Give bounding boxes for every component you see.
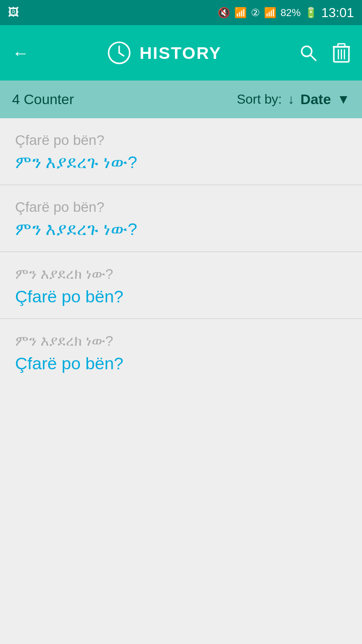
history-item[interactable]: ምን እያደረክ ነው?Çfarë po bën? (0, 252, 362, 319)
svg-line-4 (310, 55, 316, 60)
history-item-line2: Çfarë po bën? (15, 354, 347, 373)
sort-control[interactable]: Sort by: ↓ Date ▼ (237, 92, 350, 108)
history-item[interactable]: ምን እያደረክ ነው?Çfarë po bën? (0, 319, 362, 385)
history-item-line2: Çfarë po bën? (15, 287, 347, 306)
wifi-icon: 📶 (234, 7, 247, 19)
history-item[interactable]: Çfarë po bën?ምን እያደረጉ ነው? (0, 185, 362, 252)
dropdown-arrow-icon[interactable]: ▼ (337, 92, 350, 107)
delete-button[interactable] (333, 43, 350, 63)
svg-rect-7 (338, 44, 345, 47)
filter-bar: 4 Counter Sort by: ↓ Date ▼ (0, 80, 362, 118)
image-icon: 🖼 (8, 6, 19, 19)
history-item-line1: Çfarë po bën? (15, 199, 347, 215)
history-list: Çfarë po bën?ምን እያደረጉ ነው?Çfarë po bën?ምን… (0, 118, 362, 385)
search-icon (300, 44, 317, 61)
counter-label: 4 Counter (12, 92, 74, 108)
history-item-line1: Çfarë po bën? (15, 132, 347, 148)
history-item-line2: ምን እያደረጉ ነው? (15, 152, 347, 173)
sim-icon: ② (251, 7, 260, 19)
status-bar-left: 🖼 (8, 6, 19, 19)
history-item-line2: ምን እያደረጉ ነው? (15, 219, 347, 239)
status-bar-right: 🔇 📶 ② 📶 82% 🔋 13:01 (218, 5, 354, 21)
sort-value: Date (301, 92, 331, 108)
status-time: 13:01 (321, 5, 354, 21)
battery-icon: 🔋 (305, 7, 317, 19)
trash-icon (333, 43, 350, 63)
history-item-line1: ምን እያደረክ ነው? (15, 266, 347, 283)
history-item-line1: ምን እያደረክ ነው? (15, 333, 347, 350)
signal-icon: 📶 (264, 7, 277, 19)
mute-icon: 🔇 (218, 7, 230, 19)
search-button[interactable] (300, 44, 317, 61)
battery-text: 82% (281, 7, 301, 19)
status-bar: 🖼 🔇 📶 ② 📶 82% 🔋 13:01 (0, 0, 362, 25)
svg-line-2 (119, 53, 124, 56)
back-button[interactable]: ← (12, 43, 29, 63)
history-item[interactable]: Çfarë po bën?ምን እያደረጉ ነው? (0, 118, 362, 185)
sort-by-label: Sort by: (237, 92, 282, 107)
app-bar-actions (300, 43, 350, 63)
sort-direction-icon: ↓ (288, 92, 295, 107)
app-bar-title-text: HISTORY (139, 43, 221, 63)
clock-icon (107, 41, 131, 65)
app-bar-title: HISTORY (107, 41, 221, 65)
app-bar: ← HISTORY (0, 25, 362, 80)
